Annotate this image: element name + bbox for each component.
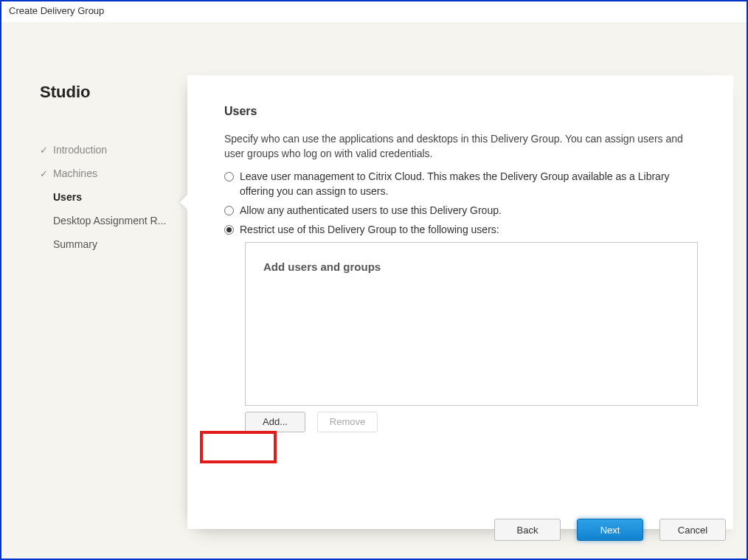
cancel-button[interactable]: Cancel (659, 519, 726, 541)
radio-icon (224, 172, 234, 182)
remove-button: Remove (317, 412, 378, 432)
radio-label: Restrict use of this Delivery Group to t… (240, 222, 499, 237)
sidebar: Studio ✓ Introduction ✓ Machines ✓ Users… (1, 22, 187, 559)
step-machines[interactable]: ✓ Machines (40, 166, 173, 181)
radio-icon (224, 206, 234, 215)
radio-option-citrix-cloud[interactable]: Leave user management to Citrix Cloud. T… (224, 169, 698, 199)
step-desktop-assignment[interactable]: ✓ Desktop Assignment R... (40, 213, 173, 228)
step-label: Desktop Assignment R... (53, 215, 166, 227)
panel-heading: Users (224, 105, 698, 118)
step-introduction[interactable]: ✓ Introduction (40, 142, 173, 157)
wizard-body: Studio ✓ Introduction ✓ Machines ✓ Users… (1, 22, 747, 559)
next-button[interactable]: Next (577, 519, 643, 541)
step-label: Users (53, 191, 82, 203)
wizard-steps-list: ✓ Introduction ✓ Machines ✓ Users ✓ Desk… (40, 142, 173, 252)
step-label: Machines (53, 167, 97, 179)
back-button[interactable]: Back (494, 519, 561, 541)
users-box-placeholder: Add users and groups (263, 260, 679, 273)
radio-option-restrict[interactable]: Restrict use of this Delivery Group to t… (224, 222, 698, 237)
wizard-footer-buttons: Back Next Cancel (494, 519, 726, 541)
users-box-buttons: Add... Remove (245, 412, 698, 432)
radio-label: Allow any authenticated users to use thi… (240, 203, 502, 218)
window-title: Create Delivery Group (1, 1, 747, 22)
add-button[interactable]: Add... (245, 412, 305, 432)
radio-icon (224, 225, 234, 235)
step-users[interactable]: ✓ Users (40, 190, 173, 204)
step-summary[interactable]: ✓ Summary (40, 237, 173, 252)
check-icon: ✓ (40, 168, 53, 179)
highlight-annotation (200, 431, 277, 463)
check-icon: ✓ (40, 145, 53, 156)
main-panel: Users Specify who can use the applicatio… (187, 75, 733, 529)
panel-description: Specify who can use the applications and… (224, 131, 698, 162)
step-label: Summary (53, 238, 97, 250)
users-list-box[interactable]: Add users and groups (245, 242, 698, 406)
dialog-window: Create Delivery Group Studio ✓ Introduct… (0, 0, 748, 560)
app-name-label: Studio (40, 83, 173, 102)
step-label: Introduction (53, 144, 107, 156)
radio-label: Leave user management to Citrix Cloud. T… (240, 169, 698, 199)
radio-option-authenticated[interactable]: Allow any authenticated users to use thi… (224, 203, 698, 218)
